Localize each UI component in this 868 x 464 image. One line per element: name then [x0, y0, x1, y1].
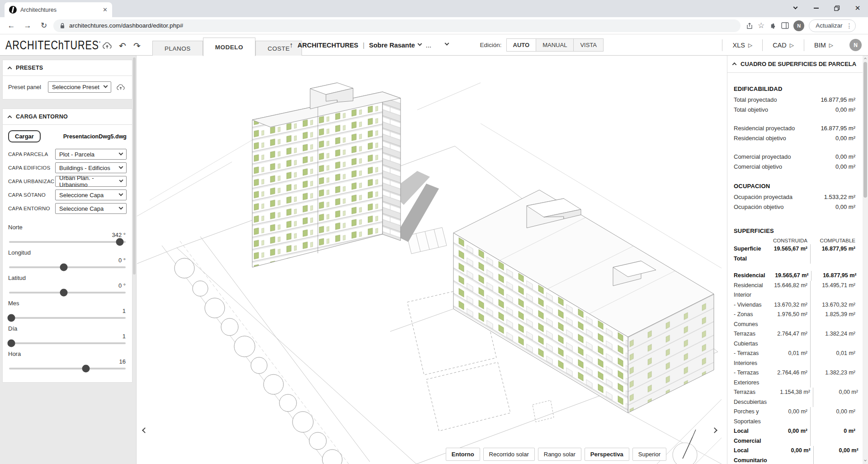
slider-track[interactable] — [9, 292, 126, 294]
data-row: Comercial objetivo0,00 m² — [734, 162, 855, 172]
collapse-right-panel-button[interactable] — [709, 424, 719, 436]
chrome-update-button[interactable]: Actualizar ⋮ — [809, 19, 855, 32]
edition-mode-button[interactable]: MANUAL — [536, 38, 574, 52]
model-viewport[interactable]: EntornoRecorrido solarRango solarPerspec… — [137, 56, 722, 464]
slider-track[interactable] — [9, 266, 126, 268]
export-button[interactable]: CAD▷ — [762, 39, 804, 51]
window-restore-button[interactable] — [826, 0, 847, 16]
carga-entorno-panel: CARGA ENTORNO Cargar PresentacionDwg5.dw… — [2, 109, 132, 383]
profile-avatar[interactable]: N — [793, 20, 804, 31]
layer-label: CAPA ENTORNO — [8, 206, 55, 211]
url-bar[interactable]: architechtures.com/dashboard/editor.php# — [53, 19, 741, 32]
layer-label: CAPA PARCELA — [8, 152, 55, 157]
lock-icon — [60, 23, 65, 29]
superficies-row: - Viviendas 13.670,32 m² 13.670,32 m² — [734, 300, 855, 310]
slider-track[interactable] — [9, 241, 126, 243]
preset-select[interactable]: Seleccione Preset — [48, 81, 111, 93]
superficies-row: Residencial Interior 15.646,82 m² 15.495… — [734, 281, 855, 300]
layer-select[interactable]: Buildings - Edificios — [55, 162, 127, 173]
extensions-puzzle-icon[interactable] — [769, 22, 777, 29]
export-play-icon: ▷ — [829, 42, 833, 48]
mode-tabs: PLANOSMODELOCOSTE — [152, 38, 302, 56]
window-close-button[interactable]: ✕ — [847, 0, 868, 16]
breadcrumb-level-dropdown[interactable]: Sobre Rasante — [369, 42, 421, 49]
layer-select[interactable]: Plot - Parcela — [55, 149, 127, 160]
export-play-icon: ▷ — [790, 42, 794, 48]
slider-thumb[interactable] — [116, 238, 124, 246]
data-row: Comercial proyectado0,00 m² — [734, 152, 855, 162]
3d-model-drawing — [137, 56, 722, 464]
presets-panel-header[interactable]: PRESETS — [3, 60, 132, 76]
slider-track[interactable] — [9, 342, 126, 344]
back-button[interactable]: ← — [5, 19, 18, 33]
breadcrumb-project[interactable]: ARCHITECHTURES — [297, 42, 359, 49]
forward-button[interactable]: → — [21, 19, 34, 33]
compass-widget[interactable] — [668, 428, 704, 464]
layer-select[interactable]: Urban Plan. - Urbanismo — [55, 176, 127, 187]
up-arrow-icon[interactable]: ↑ — [289, 41, 293, 49]
breadcrumb: ↑ ARCHITECHTURES | Sobre Rasante ... — [289, 34, 431, 56]
redo-icon[interactable]: ↷ — [131, 40, 143, 52]
view-button[interactable]: Perspectiva — [585, 448, 629, 461]
collapse-chevron-icon — [8, 115, 12, 119]
export-buttons: XLS▷ CAD▷ BIM▷ — [722, 34, 843, 56]
slider-thumb[interactable] — [60, 264, 68, 271]
slider-label: Día — [8, 325, 127, 332]
collapse-left-panel-button[interactable] — [140, 424, 150, 436]
edition-mode-button[interactable]: AUTO — [506, 38, 537, 52]
layer-label: CAPA SÓTANO — [8, 192, 55, 198]
superficies-row: Terrazas Cubiertas 2.764,47 m² 1.382,24 … — [734, 329, 855, 349]
layer-select[interactable]: Seleccione Capa — [55, 203, 127, 214]
export-button[interactable]: BIM▷ — [804, 39, 843, 51]
app-header: ARCHITEChTURES° ↶ ↷ PLANOSMODELOCOSTE ↑ … — [0, 34, 868, 56]
tab-search-icon[interactable] — [785, 0, 806, 16]
bookmark-star-icon[interactable]: ☆ — [758, 21, 764, 30]
slider-label: Norte — [8, 224, 127, 231]
slider: Latitud 0 ° — [8, 275, 127, 294]
browser-tabstrip: Architechtures ✕ ✕ — [0, 0, 868, 17]
slider-track[interactable] — [9, 317, 126, 319]
slider-thumb[interactable] — [8, 340, 15, 347]
breadcrumb-ellipsis[interactable]: ... — [426, 42, 431, 49]
reload-button[interactable]: ↻ — [37, 19, 51, 33]
surfaces-panel-header[interactable]: CUADRO DE SUPERFICIES DE PARCELA — [727, 56, 863, 73]
cargar-button[interactable]: Cargar — [8, 130, 41, 142]
tab-close-icon[interactable]: ✕ — [103, 6, 108, 13]
site-favicon — [9, 6, 17, 14]
mode-tab[interactable]: PLANOS — [152, 41, 203, 56]
share-icon[interactable] — [746, 22, 753, 29]
slider-thumb[interactable] — [82, 365, 90, 373]
side-panel-icon[interactable] — [781, 22, 789, 29]
view-button[interactable]: Superior — [632, 448, 666, 461]
carga-entorno-header[interactable]: CARGA ENTORNO — [3, 109, 132, 125]
upload-cloud-icon[interactable] — [101, 40, 113, 52]
sidebar-scrollbar[interactable] — [133, 57, 136, 275]
export-button[interactable]: XLS▷ — [722, 39, 762, 51]
layer-select[interactable]: Seleccione Capa — [55, 189, 127, 200]
mode-tab[interactable]: MODELO — [203, 38, 255, 56]
ocupacion-title: OCUPACION — [734, 183, 855, 189]
scrollbar-thumb[interactable] — [863, 62, 867, 198]
browser-tab[interactable]: Architechtures ✕ — [5, 2, 112, 17]
preset-panel-label: Preset panel — [8, 84, 44, 90]
window-minimize-button[interactable] — [806, 0, 826, 16]
slider-thumb[interactable] — [60, 289, 68, 297]
view-button[interactable]: Rango solar — [538, 448, 581, 461]
slider-value: 1 — [8, 308, 126, 314]
user-avatar[interactable]: N — [849, 39, 862, 51]
undo-icon[interactable]: ↶ — [117, 40, 128, 52]
view-button[interactable]: Entorno — [446, 448, 480, 461]
view-button[interactable]: Recorrido solar — [483, 448, 535, 461]
slider: Día 1 — [8, 325, 127, 344]
slider-thumb[interactable] — [8, 314, 15, 322]
edition-mode-button[interactable]: VISTA — [574, 38, 604, 52]
slider-track[interactable] — [9, 368, 126, 369]
scroll-down-arrow[interactable] — [863, 459, 868, 464]
preset-upload-icon[interactable] — [115, 82, 127, 93]
chrome-menu-icon[interactable]: ⋮ — [846, 22, 853, 29]
slider-value: 0 ° — [8, 282, 126, 289]
scroll-up-arrow[interactable] — [863, 56, 868, 61]
layer-row: CAPA SÓTANO Seleccione Capa — [8, 189, 127, 200]
level-selector-chevron-icon[interactable] — [445, 41, 449, 46]
page-scrollbar[interactable] — [863, 56, 868, 464]
